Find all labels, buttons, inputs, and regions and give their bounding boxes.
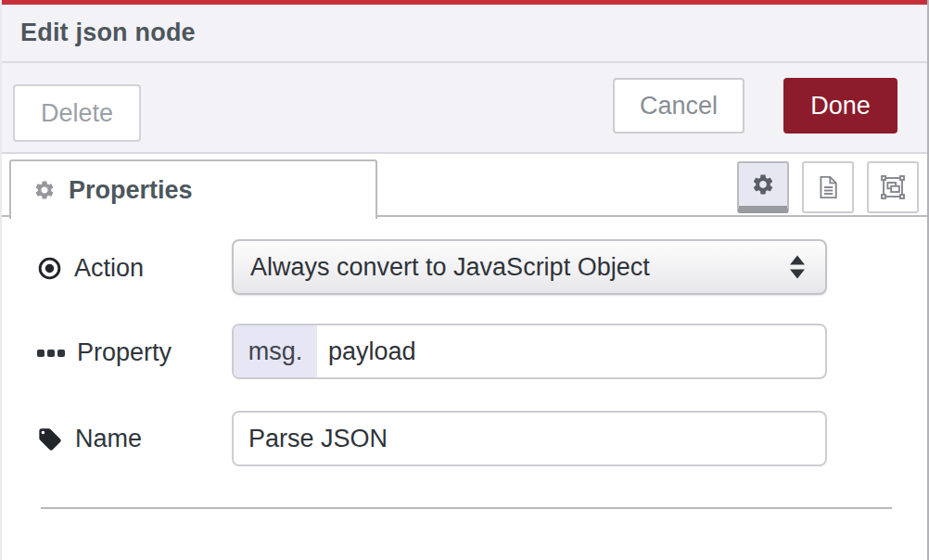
name-label-text: Name	[75, 425, 142, 453]
appearance-button[interactable]	[867, 161, 919, 213]
dialog-title: Edit json node	[20, 19, 196, 47]
gear-icon	[33, 179, 56, 201]
properties-form: Action Always convert to JavaScript Obje…	[2, 217, 927, 558]
document-icon	[815, 174, 841, 200]
property-field-label: Property	[37, 338, 172, 367]
ellipsis-icon	[37, 350, 65, 357]
property-label-text: Property	[77, 338, 172, 367]
gear-icon	[751, 172, 775, 197]
dialog-header: Edit json node	[2, 5, 927, 63]
name-input[interactable]	[232, 411, 827, 466]
editor-view-buttons	[737, 161, 919, 213]
tag-icon	[37, 426, 63, 452]
done-button[interactable]: Done	[783, 78, 897, 134]
properties-gear-button[interactable]	[737, 161, 789, 213]
action-select[interactable]: Always convert to JavaScript Object	[232, 239, 827, 295]
form-divider	[41, 507, 892, 509]
property-input[interactable]	[317, 325, 825, 377]
tab-properties[interactable]: Properties	[9, 159, 377, 219]
action-select-wrap: Always convert to JavaScript Object	[232, 239, 827, 295]
msg-prefix-button[interactable]: msg.	[234, 325, 317, 377]
tab-properties-label: Properties	[69, 176, 193, 205]
description-button[interactable]	[802, 161, 854, 213]
dot-circle-icon	[37, 256, 62, 281]
action-field-label: Action	[37, 254, 144, 283]
property-typed-input: msg.	[232, 324, 827, 379]
dialog-toolbar: Delete Cancel Done	[2, 63, 927, 154]
delete-button[interactable]: Delete	[13, 84, 141, 142]
appearance-icon	[879, 173, 907, 201]
name-field-label: Name	[37, 425, 142, 453]
edit-json-node-dialog: Edit json node Delete Cancel Done Proper…	[0, 0, 929, 560]
tab-bar: Properties	[2, 154, 927, 217]
action-label-text: Action	[74, 254, 144, 283]
cancel-button[interactable]: Cancel	[613, 78, 744, 134]
